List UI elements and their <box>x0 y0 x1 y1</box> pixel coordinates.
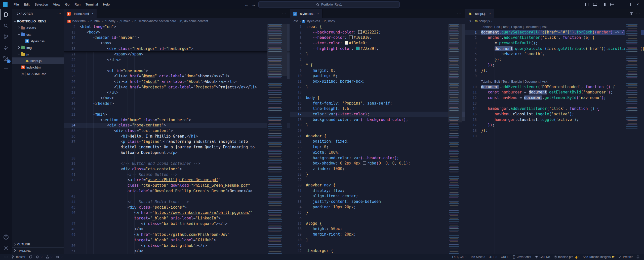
tree-item-readme.md[interactable]: README.md <box>12 71 64 77</box>
tab-index-html[interactable]: index.html × <box>64 9 97 18</box>
code-line[interactable]: 1:root { <box>290 24 465 30</box>
status-item-utf-8[interactable]: UTF-8 <box>487 255 499 259</box>
code-line[interactable]: 18 background-color: var(--background-co… <box>290 117 465 123</box>
menu-run[interactable]: Run <box>72 1 83 8</box>
status-item-go-live[interactable]: Go Live <box>533 255 552 259</box>
code-line[interactable]: 16 line-height: 1.6; <box>290 106 465 112</box>
code-line[interactable]: 11 const hamburger = document.getElement… <box>465 90 644 95</box>
menu-file[interactable]: File <box>11 1 21 8</box>
codelens-row[interactable]: Tabnine: Edit | Test | Explain | Documen… <box>465 79 644 84</box>
extensions-view-icon[interactable]: 1 <box>0 53 12 64</box>
breadcrumb-item[interactable]: div.home-content <box>180 19 208 23</box>
ellipsis-icon[interactable]: ··· <box>636 12 641 16</box>
code-line[interactable]: 3 e.preventDefault(); <box>465 41 644 46</box>
code-line[interactable]: 2 anchor.addEventListener('click', funct… <box>465 35 644 41</box>
code-line[interactable]: 6} <box>290 51 465 57</box>
explorer-actions-icon[interactable]: ··· <box>58 12 61 15</box>
code-line[interactable]: 2<html lang="en"> <box>64 24 290 30</box>
breadcrumb-item[interactable]: index.html <box>67 19 86 23</box>
code-line[interactable]: 28 </ul> <box>64 90 290 95</box>
maximize-button[interactable] <box>625 2 633 8</box>
code-line[interactable]: 12} <box>290 84 465 90</box>
breadcrumb[interactable]: css›styles.css›body <box>290 18 465 24</box>
tab-script-js[interactable]: script.js × <box>465 9 494 18</box>
code-line[interactable]: 19 <box>465 134 644 139</box>
code-line[interactable]: 29 <box>290 177 465 183</box>
code-line[interactable]: 41 <box>290 243 465 248</box>
code-line[interactable]: 25 background-color: var(--header-color)… <box>290 155 465 161</box>
code-line[interactable]: 7 <box>290 57 465 62</box>
explorer-view-icon[interactable] <box>0 9 12 20</box>
history-forward-icon[interactable]: → <box>251 3 256 7</box>
code-line[interactable]: 36 <box>290 215 465 221</box>
code-line[interactable]: 21 <span></span> <box>64 52 290 57</box>
vertical-scrollbar[interactable] <box>462 24 465 254</box>
ellipsis-icon[interactable]: ··· <box>457 12 462 16</box>
code-line[interactable]: 28} <box>290 172 465 177</box>
code-line[interactable]: 48 </a> <box>64 226 290 232</box>
code-line[interactable]: 21#navbar { <box>290 134 465 139</box>
code-line[interactable]: 27 <li><a href="#projects" aria-label="P… <box>64 85 290 90</box>
close-button[interactable]: × <box>634 2 641 8</box>
code-line[interactable]: 11 box-sizing: border-box; <box>290 79 465 84</box>
breadcrumb-item[interactable]: body <box>324 19 335 23</box>
code-line[interactable]: 16 hamburger.classList.toggle('active'); <box>465 117 644 123</box>
code-line[interactable]: 26 <li><a href="#about" aria-label="Abou… <box>64 79 290 85</box>
code-line[interactable]: 9 margin: 0; <box>290 68 465 74</box>
code-line[interactable]: target="_blank" aria-label="LinkedIn"> <box>64 216 290 221</box>
code-line[interactable]: 46 <a href="https://www.linkedin.com/in/… <box>64 210 290 216</box>
code-editor-html[interactable]: 2<html lang="en">13 <body>14 <header id=… <box>64 24 290 254</box>
code-line[interactable]: 24 width: 100%; <box>290 150 465 155</box>
code-line[interactable]: 40} <box>290 237 465 243</box>
menu-edit[interactable]: Edit <box>21 1 32 8</box>
source-control-icon[interactable] <box>0 31 12 42</box>
code-line[interactable]: 7 }); <box>465 62 644 68</box>
code-line[interactable]: 32 <main> <box>64 112 290 117</box>
status-item-remote[interactable] <box>3 255 10 259</box>
code-line[interactable]: 10document.addEventListener('DOMContentL… <box>465 84 644 90</box>
tree-item-assets[interactable]: assets <box>12 25 64 31</box>
code-line[interactable]: 39 <!-- Button and Icons Container --> <box>64 161 290 167</box>
breadcrumb-item[interactable]: js <box>469 19 471 23</box>
code-line[interactable]: 9 <box>465 73 644 79</box>
code-line[interactable]: Software Development.</p> <box>64 150 290 156</box>
status-item-sync[interactable] <box>27 255 34 259</box>
code-line[interactable]: 39 margin-right: 20px; <box>290 232 465 237</box>
code-line[interactable]: 23 top: 0; <box>290 144 465 150</box>
tree-item-js[interactable]: js <box>12 51 64 57</box>
tree-item-img[interactable]: img <box>12 44 64 51</box>
close-tab-icon[interactable]: × <box>317 12 319 16</box>
code-line[interactable]: 35} <box>290 210 465 215</box>
minimap[interactable] <box>625 24 641 254</box>
status-item-tab-size-3[interactable]: Tab Size: 3 <box>468 255 487 259</box>
tree-item-index.html[interactable]: index.html <box>12 64 64 71</box>
status-item-see-tabnine-insights[interactable]: See Tabnine Insights☛ <box>581 255 616 259</box>
code-line[interactable]: 37 <p class="tagline">Transforming indus… <box>64 139 290 145</box>
code-line[interactable]: 31 display: flex; <box>290 188 465 194</box>
code-line[interactable]: 26 box-shadow: 0 2px 4px rgba(0, 0, 0, 0… <box>290 161 465 166</box>
code-line[interactable]: 2 --background-color: #222222; <box>290 30 465 35</box>
code-line[interactable]: 3 --header-color: #101010; <box>290 35 465 41</box>
minimap[interactable] <box>267 24 287 254</box>
status-item-prettier[interactable]: Prettier <box>616 255 634 259</box>
breadcrumb-item[interactable]: main <box>119 19 130 23</box>
tab-styles-css[interactable]: styles.css × <box>290 9 323 18</box>
code-line[interactable]: 34 <div class="home-content"> <box>64 123 290 128</box>
code-line[interactable]: 38 <box>64 156 290 161</box>
code-line[interactable]: 5 --highlight-color: #22a39f; <box>290 46 465 52</box>
status-item-0[interactable]: 0 <box>44 255 54 259</box>
section-outline[interactable]: OUTLINE <box>12 241 64 247</box>
toggle-sidebar-icon[interactable] <box>583 2 590 8</box>
code-line[interactable]: 33 justify-content: space-between; <box>290 199 465 205</box>
code-line[interactable]: 1document.querySelectorAll('a[href^="#"]… <box>465 30 644 35</box>
code-editor-css[interactable]: 1:root {2 --background-color: #222222;3 … <box>290 24 465 254</box>
command-center-search[interactable]: Portfolio_Rev1 <box>258 1 400 8</box>
status-item-bell[interactable] <box>634 255 641 259</box>
code-line[interactable]: 32 align-items: center; <box>290 193 465 199</box>
menu-help[interactable]: Help <box>100 1 112 8</box>
code-line[interactable]: 13 <box>465 101 644 106</box>
status-item-0[interactable]: 0 <box>54 255 64 259</box>
breadcrumb-item[interactable]: html <box>90 19 100 23</box>
minimap[interactable] <box>448 24 462 254</box>
status-item-0[interactable]: 0 <box>34 255 44 259</box>
